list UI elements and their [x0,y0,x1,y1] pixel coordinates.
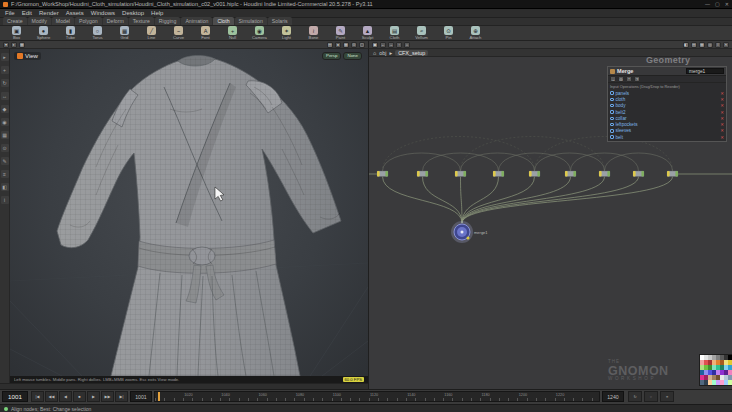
shelf-tool-grid[interactable]: ▦Grid [112,26,137,40]
shelf-tab-cloth[interactable]: Cloth [213,17,233,25]
shelf-tab-modify[interactable]: Modify [28,17,51,25]
camera-menu-icon[interactable]: ▾ [3,42,9,48]
up-icon[interactable]: ↑ [396,42,402,48]
rotate-tool[interactable]: ↻ [1,79,9,87]
remove-input-icon[interactable]: ✕ [720,116,724,121]
shelf-tool-paint[interactable]: ✎Paint [328,26,353,40]
shelf-tool-null[interactable]: +Null [220,26,245,40]
breadcrumb-current[interactable]: CFX_setup [395,50,428,56]
remove-input-icon[interactable]: ✕ [720,97,724,102]
help-icon[interactable]: ? [634,76,640,82]
shading-menu-icon[interactable]: ◐ [11,42,17,48]
shelf-tab-animation[interactable]: Animation [181,17,212,25]
measure-tool[interactable]: ≡ [1,170,9,178]
shelf-tool-box[interactable]: ▣Box [4,26,29,40]
jump-end-button[interactable]: ▶| [115,391,128,402]
realtime-button[interactable]: ○ [644,391,658,402]
network-node[interactable] [633,171,644,177]
shelf-tool-vellum[interactable]: ≈Vellum [409,26,434,40]
shelf-tab-create[interactable]: Create [3,17,27,25]
palette-swatch[interactable] [728,380,732,385]
menu-icon[interactable]: ≡ [715,42,721,48]
layout-icon[interactable]: ▤ [691,42,697,48]
menu-help[interactable]: Help [151,10,163,16]
shelf-tab-rigging[interactable]: Rigging [155,17,181,25]
shelf-tool-attach[interactable]: ⊕Attach [463,26,488,40]
edit-tool[interactable]: ✎ [1,157,9,165]
shelf-tool-sphere[interactable]: ●Sphere [31,26,56,40]
network-node[interactable] [565,171,576,177]
shelf-tool-pin[interactable]: ⊙Pin [436,26,461,40]
smooth-shaded-icon[interactable]: ● [335,42,341,48]
handle-tool[interactable]: ◆ [1,105,9,113]
back-icon[interactable]: ← [380,42,386,48]
shelf-tool-tube[interactable]: ▮Tube [58,26,83,40]
shelf-tool-font[interactable]: AFont [193,26,218,40]
close-icon[interactable]: ✕ [723,42,729,48]
loop-button[interactable]: ↻ [628,391,642,402]
jump-icon[interactable]: → [610,76,616,82]
stop-button[interactable]: ■ [73,391,86,402]
jump-start-button[interactable]: |◀ [31,391,44,402]
minimize-button[interactable]: — [705,1,710,7]
shelf-tab-deform[interactable]: Deform [103,17,128,25]
network-node[interactable] [377,171,388,177]
remove-input-icon[interactable]: ✕ [720,91,724,96]
shelf-tool-line[interactable]: ╱Line [139,26,164,40]
current-frame-marker[interactable] [158,392,160,402]
shelf-tool-torus[interactable]: ○Torus [85,26,110,40]
network-node[interactable] [667,171,678,177]
pane-tab-icon[interactable]: ▣ [372,42,378,48]
menu-desktop[interactable]: Desktop [122,10,144,16]
shelf-tool-curve[interactable]: ~Curve [166,26,191,40]
merge-input-item[interactable]: braceInterference✕ [608,140,726,141]
shelf-tool-bone[interactable]: ≀Bone [301,26,326,40]
forward-icon[interactable]: → [388,42,394,48]
overview-icon[interactable]: ◎ [707,42,713,48]
shelf-tab-solaris[interactable]: Solaris [268,17,292,25]
close-button[interactable]: ✕ [725,1,729,7]
node-name-field[interactable]: merge1 [686,68,724,74]
view-tool[interactable]: ◉ [1,118,9,126]
menu-file[interactable]: File [5,10,15,16]
network-node[interactable] [599,171,610,177]
current-frame-field[interactable]: 1001 [2,391,28,402]
snap-icon[interactable]: ⊙ [351,42,357,48]
gear-icon[interactable]: * [626,76,632,82]
snap-grid-tool[interactable]: ▦ [1,131,9,139]
remove-input-icon[interactable]: ✕ [720,122,724,127]
grid-icon[interactable]: ▦ [699,42,705,48]
shelf-tab-model[interactable]: Model [52,17,74,25]
remove-input-icon[interactable]: ✕ [720,103,724,108]
shelf-tab-polygon[interactable]: Polygon [75,17,102,25]
pin-icon[interactable]: ⊙ [618,76,624,82]
range-start-field[interactable]: 1001 [130,391,152,402]
maximize-button[interactable]: ▢ [715,1,720,7]
play-button[interactable]: ▶ [87,391,100,402]
display-icon[interactable]: ◧ [683,42,689,48]
viewport-canvas[interactable] [10,49,368,376]
snap-point-tool[interactable]: ⊙ [1,144,9,152]
remove-input-icon[interactable]: ✕ [720,128,724,133]
home-icon[interactable]: ⌂ [373,50,376,56]
select-tool[interactable]: ▸ [1,53,9,61]
network-node[interactable] [455,171,466,177]
shelf-tool-cloth[interactable]: ▤Cloth [382,26,407,40]
scale-tool[interactable]: ↔ [1,92,9,100]
shelf-tab-texture[interactable]: Texture [129,17,154,25]
breadcrumb-root[interactable]: obj [379,50,386,56]
play-reverse-button[interactable]: ◀ [59,391,72,402]
shelf-tab-simulation[interactable]: Simulation [235,17,267,25]
menu-windows[interactable]: Windows [91,10,115,16]
remove-input-icon[interactable]: ✕ [720,110,724,115]
playbar-options-button[interactable]: ≡ [660,391,674,402]
network-node[interactable] [417,171,428,177]
network-node[interactable] [493,171,504,177]
merge-node[interactable]: merge1 [451,221,488,243]
home-icon[interactable]: ⌂ [404,42,410,48]
wireframe-icon[interactable]: ▤ [327,42,333,48]
maximize-pane-icon[interactable]: ▢ [359,42,365,48]
display-options-icon[interactable]: ▦ [19,42,25,48]
shelf-tool-sculpt[interactable]: ▲Sculpt [355,26,380,40]
grid-toggle-icon[interactable]: ▦ [343,42,349,48]
